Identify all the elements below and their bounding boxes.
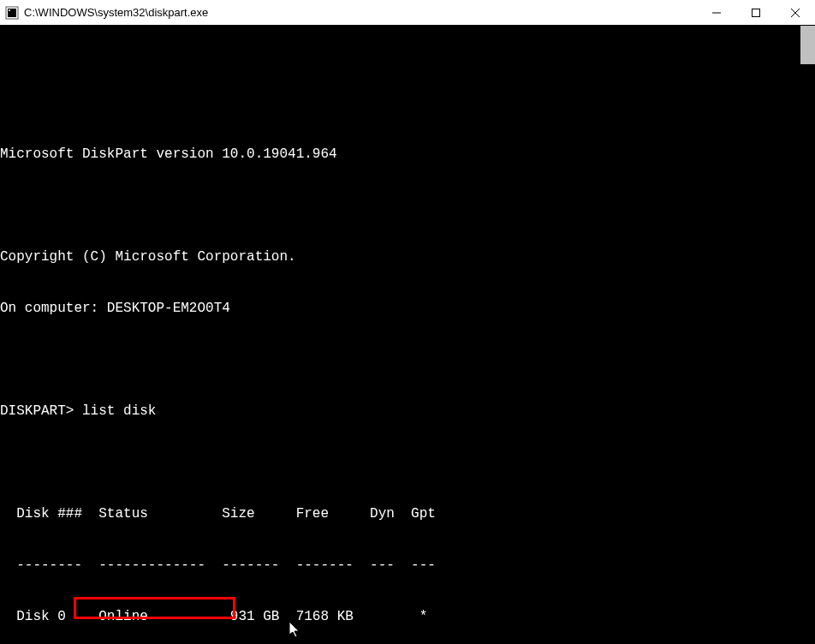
window-title: C:\WINDOWS\system32\diskpart.exe <box>24 6 697 19</box>
maximize-button[interactable] <box>736 0 776 25</box>
svg-rect-2 <box>9 9 10 11</box>
svg-rect-4 <box>753 9 760 16</box>
close-button[interactable] <box>776 0 815 25</box>
table-separator: -------- ------------- ------- ------- -… <box>0 557 815 574</box>
scroll-thumb[interactable] <box>800 26 815 64</box>
copyright-line: Copyright (C) Microsoft Corporation. <box>0 248 815 265</box>
window-controls <box>697 0 815 25</box>
table-row: Disk 0 Online 931 GB 7168 KB * <box>0 608 815 625</box>
scrollbar[interactable] <box>800 26 815 644</box>
console-area[interactable]: Microsoft DiskPart version 10.0.19041.96… <box>0 26 815 644</box>
table-header: Disk ### Status Size Free Dyn Gpt <box>0 505 815 522</box>
prompt-list-disk-1: DISKPART> list disk <box>0 402 815 420</box>
titlebar: C:\WINDOWS\system32\diskpart.exe <box>0 0 815 26</box>
app-icon <box>5 6 19 20</box>
version-line: Microsoft DiskPart version 10.0.19041.96… <box>0 146 815 163</box>
computer-line: On computer: DESKTOP-EM2O0T4 <box>0 300 815 317</box>
minimize-button[interactable] <box>697 0 736 25</box>
